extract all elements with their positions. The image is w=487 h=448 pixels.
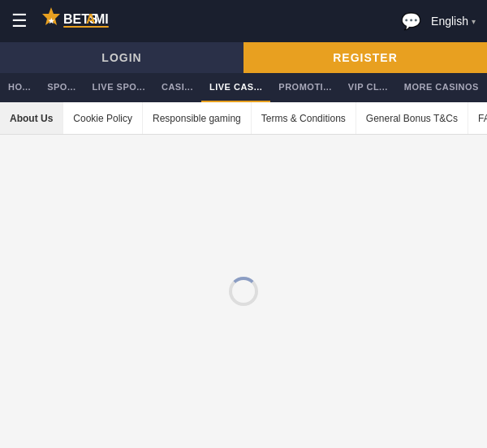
nav-tab-more-casinos[interactable]: MORE CASINOS	[396, 73, 487, 102]
logo-svg: ★ BETS A MIGO	[36, 6, 109, 37]
header: ☰ ★ BETS A MIGO 💬 English ▾	[0, 0, 487, 42]
content-area	[0, 135, 487, 448]
header-left: ☰ ★ BETS A MIGO	[11, 6, 109, 37]
nav-tab-vip-club[interactable]: VIP CL...	[340, 73, 396, 102]
sub-nav-about-us[interactable]: About Us	[0, 102, 63, 134]
svg-text:MIGO: MIGO	[94, 12, 109, 26]
header-right: 💬 English ▾	[401, 11, 476, 31]
hamburger-menu-icon[interactable]: ☰	[11, 11, 28, 32]
language-label: English	[431, 15, 468, 28]
auth-bar: LOGIN REGISTER	[0, 42, 487, 73]
nav-tab-casino[interactable]: CASI...	[153, 73, 201, 102]
chat-icon[interactable]: 💬	[401, 11, 421, 31]
login-button[interactable]: LOGIN	[0, 42, 244, 73]
sub-nav-cookie-policy[interactable]: Cookie Policy	[63, 102, 143, 134]
logo: ★ BETS A MIGO	[36, 6, 109, 37]
language-selector[interactable]: English ▾	[431, 15, 476, 28]
loading-spinner	[229, 277, 258, 306]
loading-spinner-container	[0, 135, 487, 448]
nav-tab-live-sports[interactable]: LIVE SPO...	[84, 73, 153, 102]
sub-nav-responsible-gaming[interactable]: Responsible gaming	[143, 102, 252, 134]
nav-tab-live-casino[interactable]: LIVE CAS...	[201, 73, 270, 102]
chevron-down-icon: ▾	[472, 17, 476, 26]
main-nav: HO... SPO... LIVE SPO... CASI... LIVE CA…	[0, 73, 487, 102]
sub-nav-general-bonus[interactable]: General Bonus T&Cs	[356, 102, 468, 134]
svg-rect-5	[63, 26, 109, 28]
nav-tab-home[interactable]: HO...	[0, 73, 39, 102]
sub-nav: About Us Cookie Policy Responsible gamin…	[0, 102, 487, 135]
sub-nav-terms-conditions[interactable]: Terms & Conditions	[252, 102, 356, 134]
sub-nav-faq[interactable]: FAQ	[468, 102, 487, 134]
nav-tab-sports[interactable]: SPO...	[39, 73, 84, 102]
register-button[interactable]: REGISTER	[244, 42, 487, 73]
svg-text:★: ★	[48, 17, 55, 25]
nav-tab-promotions[interactable]: PROMOTI...	[270, 73, 340, 102]
